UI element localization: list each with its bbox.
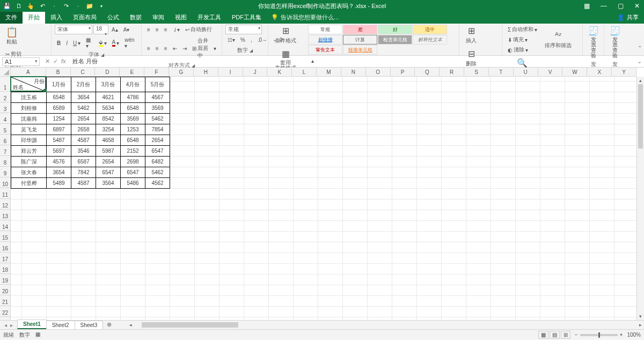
data-cell[interactable]: 2654 — [145, 135, 170, 146]
scroll-left-button[interactable]: ◂ — [127, 322, 134, 328]
row-header-5[interactable]: 5 — [0, 124, 11, 135]
enter-formula-icon[interactable]: ✓ — [53, 58, 58, 65]
data-cell[interactable]: 4587 — [71, 178, 96, 189]
data-cell[interactable]: 2654 — [96, 157, 121, 167]
data-cell[interactable]: 6548 — [47, 92, 71, 103]
sheet-nav-buttons[interactable]: ◂▸ — [0, 321, 17, 329]
style-bad[interactable]: 差 — [343, 25, 377, 34]
row-header-9[interactable]: 9 — [0, 167, 11, 177]
data-cell[interactable]: 1254 — [47, 114, 71, 124]
align-bottom-button[interactable]: ≡ — [162, 25, 170, 34]
fx-icon[interactable]: fx — [61, 58, 66, 65]
hscroll-thumb[interactable] — [142, 322, 238, 328]
sheet-tab-2[interactable]: Sheet2 — [46, 321, 75, 329]
row-header-3[interactable]: 3 — [0, 102, 11, 113]
tab-formulas[interactable]: 公式 — [102, 11, 125, 24]
data-cell[interactable]: 3564 — [96, 178, 121, 189]
tab-file[interactable]: 文件 — [0, 11, 23, 24]
row-header-14[interactable]: 14 — [0, 220, 11, 231]
percent-button[interactable]: % — [238, 36, 247, 44]
cancel-formula-icon[interactable]: ✕ — [45, 58, 50, 65]
expand-formula-bar-button[interactable]: ⌄ — [634, 58, 644, 65]
select-all-corner[interactable] — [0, 68, 11, 77]
zoom-in-button[interactable]: + — [620, 332, 623, 338]
align-top-button[interactable]: ≡ — [145, 25, 152, 34]
style-calculation[interactable]: 计算 — [343, 35, 377, 44]
row-header-4[interactable]: 4 — [0, 113, 11, 124]
zoom-out-button[interactable]: − — [575, 332, 578, 338]
data-cell[interactable]: 6482 — [145, 157, 170, 167]
style-check-cell[interactable]: 检查单元格 — [378, 35, 412, 44]
formula-input[interactable]: 姓名 月份 — [69, 56, 634, 66]
name-cell[interactable]: 刘桓修 — [11, 103, 47, 114]
col-header-H[interactable]: H — [194, 68, 218, 77]
accounting-button[interactable]: ☷▾ — [225, 36, 237, 44]
tab-view[interactable]: 视图 — [170, 11, 192, 24]
insert-cells-button[interactable]: ⊞插入 — [463, 25, 480, 46]
name-cell[interactable]: 吴飞龙 — [11, 124, 47, 135]
minimize-icon[interactable]: — — [598, 2, 609, 10]
scroll-down-button[interactable]: ▾ — [637, 313, 644, 320]
row-headers[interactable]: 1234567891011121314151617181920212223 — [0, 77, 11, 320]
underline-button[interactable]: U ▾ — [71, 36, 83, 50]
tab-home[interactable]: 开始 — [23, 11, 45, 24]
data-cell[interactable]: 3569 — [145, 103, 170, 114]
qat-save-icon[interactable]: 💾 — [3, 2, 11, 10]
tab-pdf-tools[interactable]: PDF工具集 — [226, 11, 267, 24]
cells-grid[interactable]: 月份姓名1月份2月份3月份4月份5月份沈玉栋654836544621478645… — [11, 77, 636, 320]
grow-font-button[interactable]: A▴ — [109, 25, 120, 34]
horizontal-scrollbar[interactable]: ◂ ▸ — [127, 321, 644, 329]
row-header-6[interactable]: 6 — [0, 135, 11, 145]
clear-button[interactable]: ◐清除 ▾ — [506, 45, 539, 55]
style-warning[interactable]: 警告文本 — [308, 45, 342, 55]
zoom-level[interactable]: 100% — [627, 332, 641, 338]
col-header-R[interactable]: R — [440, 68, 464, 77]
col-header-S[interactable]: S — [464, 68, 489, 77]
col-header-E[interactable]: E — [120, 68, 144, 77]
data-cell[interactable]: 3569 — [121, 114, 145, 124]
month-header[interactable]: 5月份 — [145, 77, 170, 92]
font-name-dropdown[interactable]: 宋体 — [55, 25, 92, 34]
data-cell[interactable]: 6547 — [96, 167, 121, 178]
style-linked-cell[interactable]: 链接单元格 — [343, 45, 377, 55]
month-header[interactable]: 4月份 — [121, 77, 145, 92]
style-neutral[interactable]: 适中 — [413, 25, 447, 34]
column-headers[interactable]: ABCDEFGHIJKLMNOPQRSTUVWXY — [11, 68, 636, 77]
col-header-V[interactable]: V — [538, 68, 563, 77]
row-header-22[interactable]: 22 — [0, 306, 11, 317]
col-header-W[interactable]: W — [562, 68, 587, 77]
data-cell[interactable]: 7854 — [145, 124, 170, 135]
autosum-button[interactable]: Σ自动求和 ▾ — [506, 25, 539, 34]
tab-data[interactable]: 数据 — [125, 11, 147, 24]
share-button[interactable]: 👤共享 — [612, 11, 644, 24]
vscroll-thumb[interactable] — [638, 84, 643, 148]
col-header-U[interactable]: U — [514, 68, 538, 77]
data-cell[interactable]: 2698 — [121, 157, 145, 167]
name-cell[interactable]: 郑云芳 — [11, 146, 47, 157]
close-icon[interactable]: ✕ — [632, 2, 642, 10]
maximize-icon[interactable]: ▢ — [616, 2, 626, 10]
data-cell[interactable]: 4658 — [96, 135, 121, 146]
tab-review[interactable]: 审阅 — [147, 11, 170, 24]
zoom-slider[interactable]: − + — [575, 332, 623, 338]
inc-decimal-button[interactable]: .0→ — [255, 36, 269, 44]
data-cell[interactable]: 3254 — [96, 124, 121, 135]
paste-button[interactable]: 📋 粘贴 — [3, 25, 20, 47]
collapse-ribbon-button[interactable]: ⌃ — [638, 45, 642, 51]
qat-redo-icon[interactable]: ↷ — [62, 2, 70, 10]
name-cell[interactable]: 张大春 — [11, 167, 47, 178]
qat-undo-icon[interactable]: ↶ — [39, 2, 46, 10]
page-break-view-button[interactable]: ⊞ — [561, 331, 570, 339]
data-cell[interactable]: 4786 — [121, 92, 145, 103]
normal-view-button[interactable]: ▦ — [538, 331, 548, 339]
fill-color-button[interactable]: ⬙▾ — [97, 36, 109, 50]
data-cell[interactable]: 5462 — [145, 114, 170, 124]
data-cell[interactable]: 6547 — [145, 146, 170, 157]
data-cell[interactable]: 2152 — [121, 146, 145, 157]
name-cell[interactable]: 付坚桦 — [11, 178, 47, 189]
row-header-1[interactable]: 1 — [0, 77, 11, 92]
ribbon-display-icon[interactable]: ▦ — [582, 2, 592, 10]
row-header-8[interactable]: 8 — [0, 156, 11, 167]
data-cell[interactable]: 2654 — [71, 114, 96, 124]
row-header-21[interactable]: 21 — [0, 295, 11, 306]
